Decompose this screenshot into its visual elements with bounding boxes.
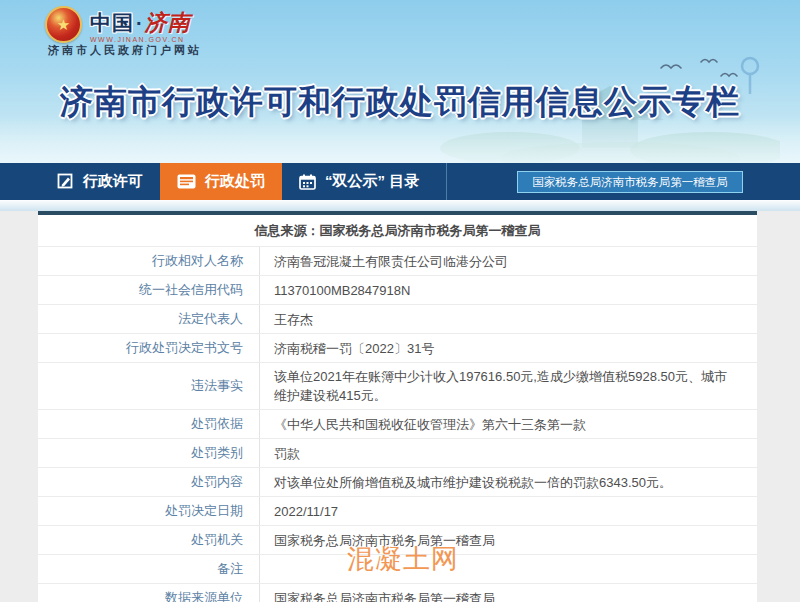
- row-value: 国家税务总局济南市税务局第一稽查局: [260, 584, 757, 602]
- site-header: ★ 中国 · 济南 WWW.JINAN.GOV.CN 济南市人民政府门户网站 济…: [0, 0, 800, 163]
- row-value: 对该单位处所偷增值税及城市维护建设税税款一倍的罚款6343.50元。: [260, 468, 757, 496]
- row-label: 处罚类别: [38, 439, 260, 467]
- tab-administrative-license[interactable]: 行政许可: [40, 163, 160, 200]
- row-value: 罚款: [260, 439, 757, 467]
- page-title: 济南市行政许可和行政处罚信用信息公示专栏: [0, 80, 800, 125]
- tab-label: 行政许可: [83, 172, 143, 191]
- main-nav: 行政许可 行政处罚 “双公示” 目录: [0, 163, 800, 200]
- nav-bottom-strip: [0, 200, 800, 211]
- table-row: 行政处罚决定书文号济南税稽一罚〔2022〕31号: [38, 334, 757, 363]
- table-row: 处罚机关国家税务总局济南市税务局第一稽查局: [38, 526, 757, 555]
- tab-administrative-punishment[interactable]: 行政处罚: [160, 163, 282, 200]
- info-source-text: 信息来源：国家税务总局济南市税务局第一稽查局: [255, 222, 541, 240]
- tab-double-publicity-directory[interactable]: “双公示” 目录: [282, 163, 436, 200]
- row-label: 处罚内容: [38, 468, 260, 496]
- form-list-icon: [177, 174, 196, 189]
- row-value: 王存杰: [260, 305, 757, 333]
- table-row: 数据来源单位国家税务总局济南市税务局第一稽查局: [38, 584, 757, 602]
- row-value: 济南税稽一罚〔2022〕31号: [260, 334, 757, 362]
- table-row: 备注: [38, 555, 757, 584]
- edit-document-icon: [57, 173, 74, 190]
- national-emblem-icon: ★: [45, 6, 82, 43]
- calendar-directory-icon: [299, 174, 316, 190]
- table-row: 处罚依据《中华人民共和国税收征收管理法》第六十三条第一款: [38, 410, 757, 439]
- site-logo[interactable]: ★ 中国 · 济南 WWW.JINAN.GOV.CN: [45, 6, 191, 43]
- table-row: 处罚决定日期2022/11/17: [38, 497, 757, 526]
- logo-text-block: 中国 · 济南 WWW.JINAN.GOV.CN: [90, 6, 191, 43]
- row-value: 11370100MB2847918N: [260, 276, 757, 304]
- tab-label: “双公示” 目录: [325, 172, 419, 191]
- info-source-row: 信息来源：国家税务总局济南市税务局第一稽查局: [38, 215, 757, 247]
- row-label: 数据来源单位: [38, 584, 260, 602]
- row-label: 处罚依据: [38, 410, 260, 438]
- table-row: 法定代表人王存杰: [38, 305, 757, 334]
- row-label: 行政处罚决定书文号: [38, 334, 260, 362]
- row-value: [260, 555, 757, 583]
- row-value: 济南鲁冠混凝土有限责任公司临港分公司: [260, 247, 757, 275]
- content-area: 信息来源：国家税务总局济南市税务局第一稽查局 行政相对人名称济南鲁冠混凝土有限责…: [0, 211, 800, 602]
- logo-subtitle: 济南市人民政府门户网站: [48, 43, 202, 58]
- tab-label: 行政处罚: [205, 172, 265, 191]
- row-label: 法定代表人: [38, 305, 260, 333]
- row-label: 处罚机关: [38, 526, 260, 554]
- row-label: 行政相对人名称: [38, 247, 260, 275]
- page-root: { "site": { "logo_cn": "中国", "logo_dot":…: [0, 0, 800, 602]
- row-label: 备注: [38, 555, 260, 583]
- nav-divider: [446, 163, 447, 200]
- record-table-body: 行政相对人名称济南鲁冠混凝土有限责任公司临港分公司统一社会信用代码1137010…: [38, 247, 757, 602]
- row-value: 该单位2021年在账簿中少计收入197616.50元,造成少缴增值税5928.5…: [260, 363, 757, 409]
- table-row: 违法事实该单位2021年在账簿中少计收入197616.50元,造成少缴增值税59…: [38, 363, 757, 410]
- row-label: 统一社会信用代码: [38, 276, 260, 304]
- table-row: 处罚类别罚款: [38, 439, 757, 468]
- row-value: 《中华人民共和国税收征收管理法》第六十三条第一款: [260, 410, 757, 438]
- logo-dot: ·: [136, 13, 143, 33]
- row-value: 国家税务总局济南市税务局第一稽查局: [260, 526, 757, 554]
- logo-url: WWW.JINAN.GOV.CN: [90, 36, 191, 43]
- table-row: 行政相对人名称济南鲁冠混凝土有限责任公司临港分公司: [38, 247, 757, 276]
- table-row: 处罚内容对该单位处所偷增值税及城市维护建设税税款一倍的罚款6343.50元。: [38, 468, 757, 497]
- row-value: 2022/11/17: [260, 497, 757, 525]
- table-row: 统一社会信用代码11370100MB2847918N: [38, 276, 757, 305]
- row-label: 处罚决定日期: [38, 497, 260, 525]
- logo-text-jinan: 济南: [145, 12, 191, 34]
- record-card: 信息来源：国家税务总局济南市税务局第一稽查局 行政相对人名称济南鲁冠混凝土有限责…: [38, 211, 757, 602]
- agency-button[interactable]: 国家税务总局济南市税务局第一稽查局: [517, 171, 743, 193]
- logo-text-china: 中国: [90, 12, 134, 33]
- row-label: 违法事实: [38, 363, 260, 409]
